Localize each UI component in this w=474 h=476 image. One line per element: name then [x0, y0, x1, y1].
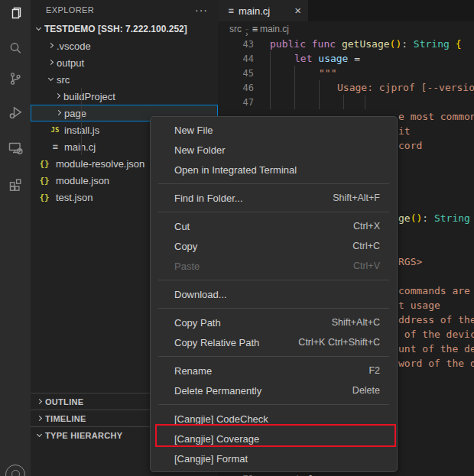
token: commands are	[398, 285, 470, 296]
token: String	[434, 212, 470, 224]
line-content: public func getUsage(): String {	[258, 37, 474, 51]
token: :	[401, 38, 414, 50]
menu-item-shortcut: Ctrl+V	[353, 261, 380, 271]
menu-item-label: [Cangjie] Coverage	[174, 433, 259, 445]
token: =	[348, 53, 360, 64]
menu-item-open-in-integrated-terminal[interactable]: Open in Integrated Terminal	[151, 160, 397, 180]
code-line-47: 47	[218, 95, 474, 109]
indent-guide	[294, 95, 295, 109]
line-number: 46	[218, 83, 254, 93]
file-icon: ≡	[225, 5, 237, 16]
tree-item-src[interactable]: src	[31, 71, 218, 88]
tree-item-label: module.json	[56, 175, 109, 186]
menu-item-cangjie-codecheck[interactable]: [Cangjie] CodeCheck	[151, 409, 397, 429]
menu-item-label: Paste	[174, 261, 200, 272]
token: e most common	[398, 111, 474, 122]
chevron-down-icon	[34, 435, 45, 436]
extensions-icon[interactable]	[6, 174, 24, 193]
indent-guide	[294, 80, 295, 95]
line-content: """	[258, 66, 474, 80]
indent-guide	[270, 51, 271, 66]
line-number: 45	[218, 68, 254, 79]
menu-item-label: [Cangjie] CodeCheck	[174, 413, 268, 425]
token: Usage: cjprof [--version	[337, 82, 474, 93]
code-fragment-1: it	[398, 124, 411, 138]
menu-item-copy-path[interactable]: Copy PathShift+Alt+C	[151, 312, 397, 332]
chevron-right-icon	[45, 44, 57, 47]
json-file-icon: {}	[38, 176, 50, 186]
menu-item-cangjie-coverage[interactable]: [Cangjie] Coverage	[151, 429, 397, 448]
code-fragment-3: ge(): String	[398, 211, 470, 225]
token: t usage	[398, 300, 440, 311]
token: RGS>	[398, 256, 422, 267]
menu-item-cangjie-format[interactable]: [Cangjie] Format	[151, 448, 397, 468]
chevron-right-icon	[45, 61, 57, 64]
menu-item-new-folder[interactable]: New Folder	[151, 140, 397, 160]
file-icon: ≡	[252, 24, 258, 34]
explorer-icon[interactable]	[6, 4, 24, 22]
tree-item-output[interactable]: output	[31, 54, 218, 71]
tab-bar: ≡ main.cj ×	[218, 0, 474, 21]
tab-label: main.cj	[239, 5, 270, 17]
indent-guide	[343, 95, 344, 109]
token: ()	[411, 212, 423, 224]
token: usage	[318, 53, 348, 64]
tree-item-label: .vscode	[57, 40, 91, 52]
menu-item-download[interactable]: Download...	[151, 284, 397, 304]
code-fragment-10: word of the d	[398, 356, 474, 371]
section-label: TIMELINE	[45, 414, 86, 423]
section-label: OUTLINE	[45, 397, 83, 406]
json-file-icon: {}	[38, 193, 50, 202]
menu-item-copy[interactable]: CopyCtrl+C	[151, 236, 397, 256]
menu-item-label: Copy Path	[174, 317, 221, 329]
indent-guide	[319, 95, 320, 109]
json-file-icon: {}	[38, 159, 50, 169]
search-icon[interactable]	[6, 39, 24, 57]
remote-explorer-icon[interactable]	[6, 138, 24, 157]
menu-item-find-in-folder[interactable]: Find in Folder...Shift+Alt+F	[151, 188, 397, 208]
tree-item-buildproject[interactable]: buildProject	[31, 88, 218, 105]
menu-item-label: Delete Permanently	[174, 385, 261, 397]
chevron-right-icon	[53, 112, 64, 115]
indent-guide	[270, 95, 271, 109]
more-actions-icon[interactable]: ···	[195, 6, 208, 14]
tree-item-label: TESTDEMO [SSH: 7.222.100.252]	[44, 24, 187, 34]
context-menu: New FileNew FolderOpen in Integrated Ter…	[150, 116, 398, 472]
breadcrumb-item-src[interactable]: src	[229, 24, 242, 34]
code-text: public func getUsage(): String {	[258, 38, 461, 50]
code-fragment-11: 73$ f"..."?"""	[294, 472, 366, 476]
tree-item-testdemo-ssh-7-222-100-252[interactable]: TESTDEMO [SSH: 7.222.100.252]	[31, 21, 218, 37]
menu-item-label: [Cangjie] Format	[174, 453, 248, 465]
js-file-icon: JS	[49, 126, 61, 134]
code-line-44: 44let usage =	[218, 51, 474, 66]
tree-item-label: module-resolve.json	[56, 158, 144, 170]
menu-item-copy-relative-path[interactable]: Copy Relative PathCtrl+K Ctrl+Shift+C	[151, 332, 397, 352]
close-icon[interactable]: ×	[294, 5, 301, 16]
token: """	[319, 67, 336, 79]
tree-item-vscode[interactable]: .vscode	[31, 37, 218, 54]
menu-divider	[158, 212, 389, 212]
code-fragment-6: t usage	[398, 298, 440, 312]
code-line-46: 46Usage: cjprof [--version	[218, 80, 474, 95]
code-text: Usage: cjprof [--version	[258, 82, 474, 93]
token: cord	[398, 140, 422, 151]
section-label: TYPE HIERARCHY	[45, 431, 122, 440]
code-fragment-0: e most common	[398, 109, 474, 124]
source-control-icon[interactable]	[6, 70, 24, 88]
tree-item-label: buildProject	[63, 91, 115, 102]
token: ge	[398, 212, 411, 224]
breadcrumb-item-file[interactable]: main.cj	[260, 24, 289, 34]
token: String	[414, 38, 450, 50]
menu-item-label: Open in Integrated Terminal	[174, 164, 297, 176]
menu-item-rename[interactable]: RenameF2	[151, 361, 397, 380]
line-number: 43	[218, 39, 254, 50]
run-and-debug-icon[interactable]	[6, 103, 24, 121]
line-content	[258, 95, 474, 109]
tab-main-cj[interactable]: ≡ main.cj ×	[218, 0, 308, 21]
menu-item-new-file[interactable]: New File	[151, 120, 397, 140]
file-icon: ≡	[49, 141, 61, 152]
menu-item-label: Cut	[174, 221, 190, 232]
menu-item-delete-permanently[interactable]: Delete PermanentlyDelete	[151, 380, 397, 400]
menu-item-cut[interactable]: CutCtrl+X	[151, 216, 397, 236]
tree-item-label: main.cj	[64, 141, 96, 153]
